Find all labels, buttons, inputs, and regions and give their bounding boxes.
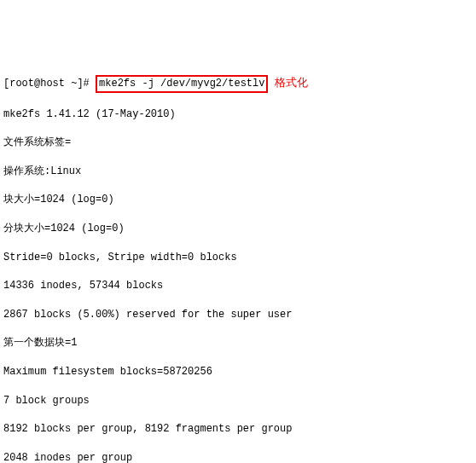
output-line: 第一个数据块=1 bbox=[3, 336, 473, 350]
output-line: 2048 inodes per group bbox=[3, 451, 473, 463]
shell-prompt: [root@host ~]# bbox=[3, 78, 96, 90]
output-line: 14336 inodes, 57344 blocks bbox=[3, 279, 473, 293]
output-line: Maximum filesystem blocks=58720256 bbox=[3, 365, 473, 379]
prompt-line: [root@host ~]# mke2fs -j /dev/myvg2/test… bbox=[3, 75, 473, 93]
output-line: Stride=0 blocks, Stripe width=0 blocks bbox=[3, 251, 473, 265]
output-line: 块大小=1024 (log=0) bbox=[3, 193, 473, 207]
output-line: 7 block groups bbox=[3, 394, 473, 408]
output-line: 2867 blocks (5.00%) reserved for the sup… bbox=[3, 308, 473, 322]
cmd-mke2fs: mke2fs -j /dev/myvg2/testlv bbox=[96, 75, 268, 93]
output-line: mke2fs 1.41.12 (17-May-2010) bbox=[3, 107, 473, 122]
output-line: 文件系统标签= bbox=[3, 136, 473, 150]
output-line: 8192 blocks per group, 8192 fragments pe… bbox=[3, 422, 473, 437]
annotation-format: 格式化 bbox=[275, 76, 308, 91]
output-line: 操作系统:Linux bbox=[3, 165, 473, 179]
output-line: 分块大小=1024 (log=0) bbox=[3, 222, 473, 236]
terminal-output: [root@host ~]# mke2fs -j /dev/myvg2/test… bbox=[3, 61, 473, 463]
